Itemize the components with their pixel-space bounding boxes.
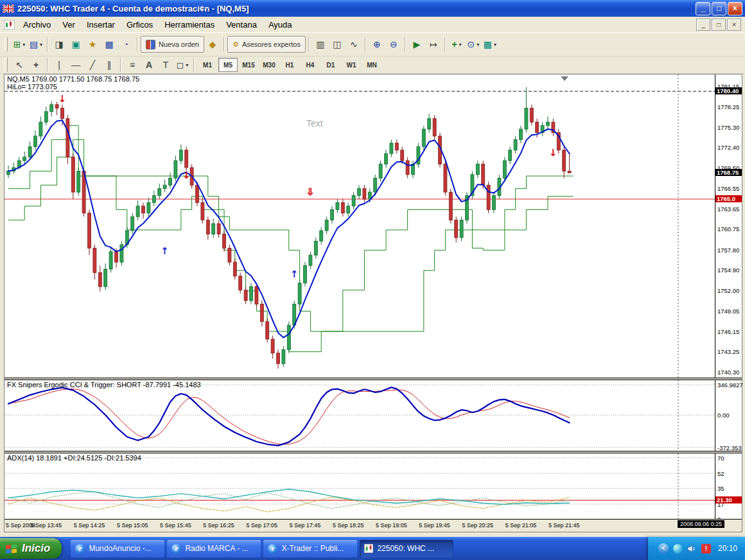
arrows-button[interactable]: ◻▾ [174,57,191,73]
channel-button[interactable]: ∥ [101,57,118,73]
templates-button[interactable]: ▩▾ [482,36,498,53]
menu-item-graficos[interactable]: Grficos [121,18,159,31]
time-axis: 5 Sep 20085 Sep 13:455 Sep 14:255 Sep 15… [4,519,742,532]
toolbar-drag-handle[interactable] [4,58,8,72]
timeframe-h1-button[interactable]: H1 [280,58,299,72]
chart-shift-icon: ↦ [430,39,437,49]
toolbar-drag-handle[interactable] [4,37,8,51]
start-button[interactable]: Inicio [0,538,62,559]
axis-tick: 1778.25 [717,103,739,110]
price-badge: 1780.40 [715,87,742,94]
chart-shift-button[interactable]: ↦ [425,36,442,53]
task-whc-trader[interactable]: 225050: WHC ... [360,540,453,557]
hidden-icons-chevron[interactable]: < [658,543,669,554]
menu-item-archivo[interactable]: Archivo [17,18,57,31]
mdi-close-button[interactable]: × [727,19,741,31]
security-alert-icon[interactable]: ! [701,544,711,554]
text-icon: A [146,60,152,70]
axis-tick: 1740.30 [717,369,739,376]
messenger-icon[interactable] [673,544,683,554]
navigator-button[interactable]: ★ [84,36,101,53]
menu-item-ventana[interactable]: Ventana [220,18,263,31]
axis-tick: 1757.80 [717,247,739,254]
timeframe-mn-button[interactable]: MN [362,58,381,72]
axis-tick: 70 [717,455,724,462]
timeframe-w1-button[interactable]: W1 [342,58,361,72]
bars-chart-button[interactable]: ▥ [312,36,329,53]
toolbar-separator [444,37,446,51]
menu-item-ver[interactable]: Ver [57,18,81,31]
task-mundoanuncio[interactable]: e MundoAnuncio -... [71,540,164,557]
metaeditor-icon: ◆ [209,39,216,49]
windows-logo-icon [5,543,18,554]
arrows-icon: ◻ [177,60,184,70]
expert-advisors-button[interactable]: ⚙Asesores expertos [227,36,306,53]
channel-icon: ∥ [107,60,112,70]
axis-tick: 1752.00 [717,287,739,294]
pane-splitter[interactable] [4,451,742,453]
timeframe-m15-button[interactable]: M15 [239,58,258,72]
chart-window: ↓↑↓↑⇩↓ NQ,M5 1769.00 1771.50 1768.75 176… [4,74,742,532]
timeframe-h4-button[interactable]: H4 [301,58,320,72]
timeframe-m1-button[interactable]: M1 [198,58,217,72]
restore-button[interactable]: □ [712,2,726,15]
trader-app-icon [364,544,373,553]
periods-button[interactable]: ⊙▾ [465,36,482,53]
chart-text-object[interactable]: Text [306,118,323,128]
toolbar-separator [120,58,121,72]
menu-item-insertar[interactable]: Insertar [81,18,121,31]
task-label: MundoAnuncio -... [89,544,151,553]
system-tray: < ! 20:10 [648,537,745,560]
mdi-minimize-button[interactable]: _ [696,19,710,31]
terminal-button[interactable]: ▦ [101,36,118,53]
menu-item-ayuda[interactable]: Ayuda [263,18,298,31]
bars-chart-icon: ▥ [316,39,324,49]
ergodic-cci-canvas[interactable] [4,380,715,451]
zoom-out-icon: ⊖ [390,39,398,49]
volume-icon[interactable] [687,544,697,554]
timeframe-m30-button[interactable]: M30 [259,58,279,72]
crosshair-button[interactable]: + [28,57,44,73]
zoom-out-button[interactable]: ⊖ [385,36,402,53]
text-label-button[interactable]: T [157,57,174,73]
time-axis-label: 5 Sep 16:25 [203,522,234,529]
data-window-button[interactable]: ▣ [67,36,84,53]
horizontal-line-button[interactable]: — [67,57,84,73]
trendline-button[interactable]: ╱ [84,57,101,73]
chart-window-icon[interactable] [4,20,15,30]
timeframe-m5-button[interactable]: M5 [218,58,238,72]
cursor-button[interactable]: ↖ [11,57,28,73]
timeframe-d1-button[interactable]: D1 [321,58,340,72]
new-chart-icon: ⊞ [13,39,21,49]
candlestick-chart-button[interactable]: ◫ [329,36,346,53]
task-label: Radio MARCA - ... [185,544,248,553]
zoom-in-button[interactable]: ⊕ [369,36,385,53]
market-watch-button[interactable]: ◨ [51,36,67,53]
pane-splitter[interactable] [4,378,742,380]
fibonacci-icon: ≡ [130,60,135,70]
new-order-button[interactable]: Nueva orden [141,36,204,53]
minimize-button[interactable]: _ [696,2,710,15]
mdi-window-controls: _ □ × [695,19,741,31]
fibonacci-button[interactable]: ≡ [124,57,141,73]
menu-item-herramientas[interactable]: Herramientas [159,18,220,31]
auto-scroll-button[interactable]: ▶ [408,36,425,53]
main-chart-canvas[interactable]: ↓↑↓↑⇩↓ [4,74,715,378]
internet-explorer-icon: e [171,544,181,554]
close-button[interactable]: × [728,2,742,15]
toolbar-separator [193,58,195,72]
strategy-tester-button[interactable]: ◔ [118,36,134,53]
mdi-restore-button[interactable]: □ [712,19,726,31]
line-chart-button[interactable]: ∿ [346,36,362,53]
new-chart-button[interactable]: ⊞▾ [11,36,28,53]
indicators-button[interactable]: +▾ [448,36,465,53]
vertical-line-button[interactable]: | [51,57,67,73]
task-radio-marca[interactable]: e Radio MARCA - ... [167,540,261,557]
adx-canvas[interactable] [4,453,715,519]
profiles-button[interactable]: ▤▾ [28,36,44,53]
task-x-trader[interactable]: e X-Trader :: Publi... [263,540,357,557]
metaeditor-button[interactable]: ◆ [204,36,221,53]
chevron-down-icon: ▾ [477,42,479,48]
internet-explorer-icon: e [75,544,85,554]
text-button[interactable]: A [141,57,157,73]
